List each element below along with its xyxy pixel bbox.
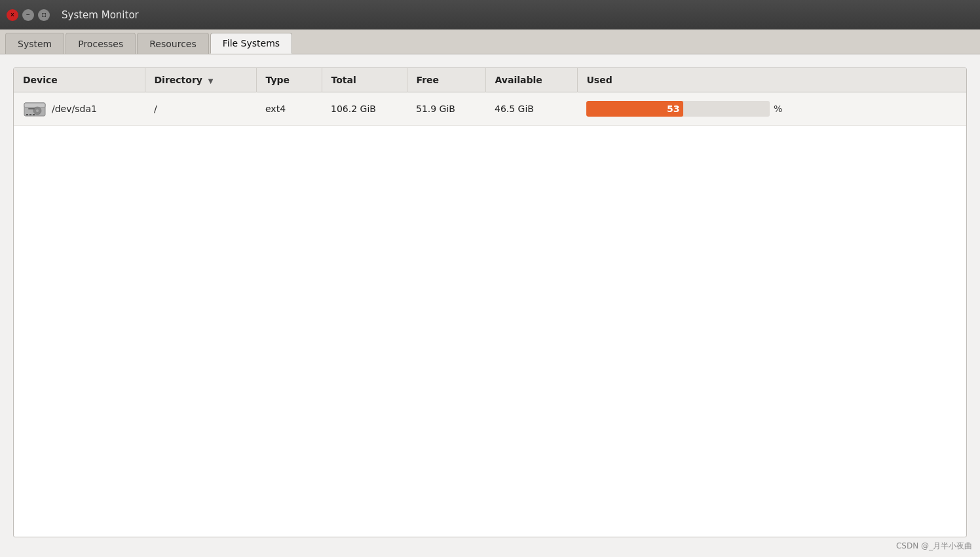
cell-used: 53 % — [577, 92, 966, 126]
cell-free: 51.9 GiB — [407, 92, 485, 126]
tab-filesystems[interactable]: File Systems — [210, 33, 292, 54]
usage-percent-value: 53 — [667, 104, 679, 114]
cell-type: ext4 — [256, 92, 322, 126]
svg-rect-6 — [29, 114, 31, 115]
svg-rect-4 — [28, 108, 35, 109]
col-header-used[interactable]: Used — [577, 68, 966, 92]
cell-device: /dev/sda1 — [14, 92, 145, 126]
filesystems-table-container: Device Directory ▼ Type Total Free — [13, 67, 967, 537]
col-header-type[interactable]: Type — [256, 68, 322, 92]
minimize-button[interactable]: − — [22, 9, 34, 21]
usage-percent-sign: % — [774, 104, 782, 114]
cell-available: 46.5 GiB — [485, 92, 577, 126]
col-header-total[interactable]: Total — [322, 68, 407, 92]
maximize-button[interactable]: □ — [38, 9, 50, 21]
svg-rect-1 — [24, 103, 45, 107]
main-content: Device Directory ▼ Type Total Free — [0, 54, 980, 557]
cell-total: 106.2 GiB — [322, 92, 407, 126]
svg-point-3 — [36, 109, 39, 112]
col-header-directory[interactable]: Directory ▼ — [145, 68, 256, 92]
tab-processes[interactable]: Processes — [66, 33, 136, 54]
disk-icon — [23, 99, 47, 119]
window-controls: × − □ — [7, 9, 50, 21]
titlebar: × − □ System Monitor — [0, 0, 980, 29]
cell-directory: / — [145, 92, 256, 126]
window-title: System Monitor — [62, 9, 139, 21]
usage-bar-fill: 53 — [586, 101, 683, 117]
col-header-free[interactable]: Free — [407, 68, 485, 92]
table-row: /dev/sda1 / ext4 106.2 GiB 51.9 GiB 46.5… — [14, 92, 966, 126]
filesystems-table: Device Directory ▼ Type Total Free — [14, 68, 966, 126]
tabbar: System Processes Resources File Systems — [0, 29, 980, 54]
device-name: /dev/sda1 — [52, 104, 97, 114]
watermark: CSDN @_月半小夜曲 — [896, 541, 972, 552]
close-button[interactable]: × — [7, 9, 18, 21]
col-header-device[interactable]: Device — [14, 68, 145, 92]
table-header-row: Device Directory ▼ Type Total Free — [14, 68, 966, 92]
svg-rect-5 — [26, 114, 28, 115]
col-header-available[interactable]: Available — [485, 68, 577, 92]
tab-resources[interactable]: Resources — [137, 33, 209, 54]
tab-system[interactable]: System — [5, 33, 64, 54]
usage-bar: 53 — [586, 101, 770, 117]
sort-arrow-icon: ▼ — [208, 77, 214, 85]
svg-rect-7 — [33, 114, 35, 115]
